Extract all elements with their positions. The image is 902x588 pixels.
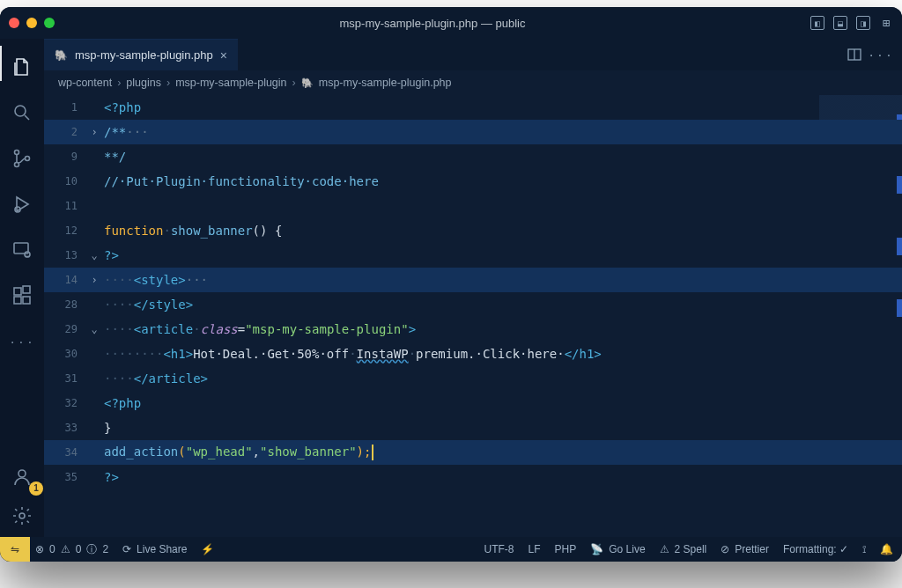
window-close-button[interactable]	[9, 18, 19, 28]
editor-area[interactable]: 1<?php 2›/**··· 9**/ 10//·Put·Plugin·fun…	[44, 95, 902, 537]
line-number: 34	[44, 446, 88, 459]
tab-label: msp-my-sample-plugin.php	[75, 49, 213, 61]
settings-badge: 1	[29, 481, 43, 496]
editor-group: 🐘 msp-my-sample-plugin.php × ··· wp-cont…	[44, 39, 902, 537]
line-number: 32	[44, 397, 88, 409]
window-title: msp-my-sample-plugin.php — public	[55, 18, 810, 29]
status-bolt-icon[interactable]: ⚡	[201, 544, 214, 555]
status-live-share[interactable]: ⟳ Live Share	[122, 544, 187, 555]
editor-window: msp-my-sample-plugin.php — public ◧ ⬓ ◨ …	[0, 7, 902, 562]
svg-point-12	[19, 513, 25, 518]
svg-point-3	[26, 157, 30, 161]
fold-expanded-icon[interactable]: ⌄	[88, 323, 100, 335]
warning-icon: ⚠	[61, 544, 70, 555]
status-eol[interactable]: LF	[529, 544, 541, 555]
line-number: 28	[44, 298, 88, 311]
fold-collapsed-icon[interactable]: ›	[88, 274, 100, 286]
crumb-wp-content[interactable]: wp-content	[58, 77, 112, 89]
chevron-right-icon: ›	[166, 77, 170, 89]
window-minimize-button[interactable]	[26, 18, 37, 28]
line-number: 31	[44, 372, 88, 385]
editor-scroll[interactable]: 1<?php 2›/**··· 9**/ 10//·Put·Plugin·fun…	[44, 95, 902, 537]
breadcrumbs[interactable]: wp-content › plugins › msp-my-sample-plu…	[44, 70, 902, 95]
line-number: 2	[44, 126, 88, 138]
toggle-panel-icon[interactable]: ⬓	[833, 16, 847, 30]
line-number: 9	[44, 151, 88, 163]
line-number: 10	[44, 175, 88, 187]
info-icon: ⓘ	[86, 544, 97, 555]
window-zoom-button[interactable]	[44, 18, 55, 28]
svg-point-0	[15, 106, 26, 116]
php-file-icon: 🐘	[55, 50, 68, 61]
svg-rect-7	[14, 288, 21, 295]
remote-explorer-icon[interactable]	[11, 239, 33, 261]
close-tab-button[interactable]: ×	[220, 49, 227, 62]
toggle-secondary-sidebar-icon[interactable]: ◨	[856, 16, 870, 30]
customize-layout-icon[interactable]: ⊞	[879, 16, 893, 30]
svg-point-2	[15, 163, 19, 167]
status-ports-icon[interactable]: ⟟	[862, 544, 866, 555]
status-problems[interactable]: ⊗0 ⚠0 ⓘ2	[35, 544, 108, 555]
svg-point-11	[18, 470, 26, 477]
svg-rect-9	[23, 297, 30, 304]
search-icon[interactable]	[11, 102, 33, 123]
status-bell-icon[interactable]: 🔔	[880, 544, 893, 555]
status-bar: ⇋ ⊗0 ⚠0 ⓘ2 ⟳ Live Share ⚡ UTF-8 LF PHP 📡…	[0, 537, 902, 562]
status-go-live[interactable]: 📡 Go Live	[590, 544, 645, 555]
svg-point-1	[15, 151, 19, 155]
chevron-right-icon: ›	[117, 77, 121, 89]
layout-toggles: ◧ ⬓ ◨ ⊞	[810, 16, 893, 30]
live-share-icon: ⟳	[122, 544, 131, 555]
split-editor-icon[interactable]	[847, 48, 861, 62]
line-number: 12	[44, 224, 88, 237]
crumb-file[interactable]: msp-my-sample-plugin.php	[319, 77, 452, 89]
status-prettier[interactable]: ⊘ Prettier	[721, 544, 769, 555]
status-encoding[interactable]: UTF-8	[484, 544, 514, 555]
editor-actions: ···	[847, 39, 902, 70]
run-debug-icon[interactable]	[11, 194, 33, 215]
fold-expanded-icon[interactable]: ⌄	[88, 249, 100, 261]
status-language[interactable]: PHP	[555, 544, 577, 555]
prettier-icon: ⊘	[721, 544, 729, 555]
tabs-row: 🐘 msp-my-sample-plugin.php × ···	[44, 39, 902, 70]
php-file-icon: 🐘	[301, 78, 314, 88]
line-number: 14	[44, 274, 88, 286]
line-number: 30	[44, 348, 88, 360]
remote-indicator[interactable]: ⇋	[0, 537, 30, 562]
fold-collapsed-icon[interactable]: ›	[88, 126, 100, 138]
titlebar: msp-my-sample-plugin.php — public ◧ ⬓ ◨ …	[0, 7, 902, 39]
status-spell[interactable]: ⚠ 2 Spell	[660, 544, 707, 555]
window-body: ··· 1 🐘 msp-my-sample-plugin.php ×	[0, 39, 902, 537]
line-number: 29	[44, 323, 88, 335]
text-cursor	[372, 445, 373, 460]
chevron-right-icon: ›	[292, 77, 296, 89]
line-number: 1	[44, 101, 88, 114]
line-number: 35	[44, 471, 88, 483]
explorer-icon[interactable]	[11, 56, 33, 77]
traffic-lights	[9, 18, 55, 28]
source-control-icon[interactable]	[11, 148, 33, 169]
crumb-plugins[interactable]: plugins	[126, 77, 161, 89]
svg-rect-8	[14, 297, 21, 304]
tab-active-file[interactable]: 🐘 msp-my-sample-plugin.php ×	[44, 39, 238, 70]
broadcast-icon: 📡	[590, 544, 603, 555]
activity-bar: ··· 1	[0, 39, 44, 537]
error-icon: ⊗	[35, 544, 44, 555]
extensions-icon[interactable]	[11, 285, 33, 306]
more-actions-icon[interactable]: ···	[874, 48, 888, 62]
line-number: 11	[44, 200, 88, 212]
toggle-primary-sidebar-icon[interactable]: ◧	[810, 16, 824, 30]
more-views-icon[interactable]: ···	[11, 331, 33, 352]
line-number: 13	[44, 249, 88, 261]
line-number: 33	[44, 422, 88, 434]
crumb-plugin-folder[interactable]: msp-my-sample-plugin	[175, 77, 286, 89]
svg-rect-10	[23, 286, 30, 293]
warning-icon: ⚠	[660, 544, 669, 555]
settings-gear-icon[interactable]	[11, 505, 33, 526]
status-formatting[interactable]: Formatting: ✓	[783, 544, 848, 555]
